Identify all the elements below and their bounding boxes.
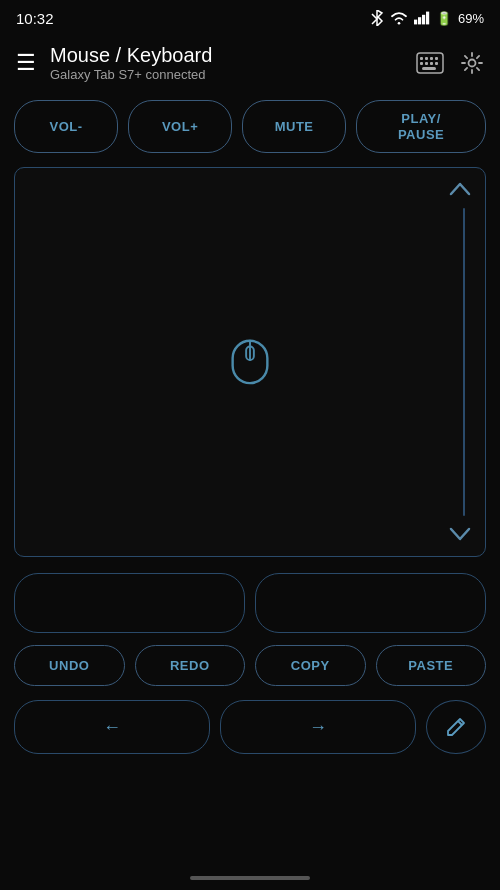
click-buttons bbox=[0, 563, 500, 637]
copy-button[interactable]: COPY bbox=[255, 645, 366, 686]
svg-rect-10 bbox=[425, 62, 428, 65]
battery-icon: 🔋 bbox=[436, 11, 452, 26]
home-indicator bbox=[190, 876, 310, 880]
touchpad-area[interactable] bbox=[14, 167, 486, 557]
back-button[interactable]: ← bbox=[14, 700, 210, 754]
svg-rect-8 bbox=[435, 57, 438, 60]
status-icons: 🔋 69% bbox=[370, 10, 484, 26]
vol-minus-button[interactable]: VOL- bbox=[14, 100, 118, 153]
svg-rect-12 bbox=[435, 62, 438, 65]
mute-button[interactable]: MUTE bbox=[242, 100, 346, 153]
play-pause-button[interactable]: PLAY/PAUSE bbox=[356, 100, 486, 153]
page-title: Mouse / Keyboard bbox=[50, 44, 212, 67]
svg-rect-11 bbox=[430, 62, 433, 65]
paste-button[interactable]: PASTE bbox=[376, 645, 487, 686]
undo-button[interactable]: UNDO bbox=[14, 645, 125, 686]
media-controls: VOL- VOL+ MUTE PLAY/PAUSE bbox=[0, 92, 500, 161]
svg-rect-2 bbox=[422, 15, 425, 25]
svg-rect-1 bbox=[418, 17, 421, 24]
right-click-button[interactable] bbox=[255, 573, 486, 633]
header-left: ☰ Mouse / Keyboard Galaxy Tab S7+ connec… bbox=[16, 44, 212, 82]
forward-button[interactable]: → bbox=[220, 700, 416, 754]
signal-icon bbox=[414, 11, 430, 25]
keyboard-icon[interactable] bbox=[416, 52, 444, 74]
svg-point-14 bbox=[469, 60, 476, 67]
svg-rect-13 bbox=[422, 67, 436, 70]
left-click-button[interactable] bbox=[14, 573, 245, 633]
bluetooth-icon bbox=[370, 10, 384, 26]
status-time: 10:32 bbox=[16, 10, 54, 27]
svg-rect-7 bbox=[430, 57, 433, 60]
mouse-cursor-icon bbox=[228, 333, 272, 391]
edit-controls: UNDO REDO COPY PASTE bbox=[0, 637, 500, 694]
nav-buttons: ← → bbox=[0, 694, 500, 760]
scroll-up-icon[interactable] bbox=[449, 178, 471, 201]
hamburger-menu-icon[interactable]: ☰ bbox=[16, 50, 36, 76]
connection-status: Galaxy Tab S7+ connected bbox=[50, 67, 212, 82]
svg-rect-6 bbox=[425, 57, 428, 60]
battery-percent: 69% bbox=[458, 11, 484, 26]
scrollbar[interactable] bbox=[463, 208, 465, 516]
settings-icon[interactable] bbox=[460, 51, 484, 75]
svg-rect-0 bbox=[414, 20, 417, 25]
svg-rect-9 bbox=[420, 62, 423, 65]
scroll-down-icon[interactable] bbox=[449, 523, 471, 546]
header-right bbox=[416, 51, 484, 75]
wifi-icon bbox=[390, 11, 408, 25]
vol-plus-button[interactable]: VOL+ bbox=[128, 100, 232, 153]
header: ☰ Mouse / Keyboard Galaxy Tab S7+ connec… bbox=[0, 36, 500, 92]
edit-pencil-button[interactable] bbox=[426, 700, 486, 754]
status-bar: 10:32 🔋 69% bbox=[0, 0, 500, 36]
svg-rect-3 bbox=[426, 12, 429, 25]
redo-button[interactable]: REDO bbox=[135, 645, 246, 686]
header-title-group: Mouse / Keyboard Galaxy Tab S7+ connecte… bbox=[50, 44, 212, 82]
svg-rect-5 bbox=[420, 57, 423, 60]
